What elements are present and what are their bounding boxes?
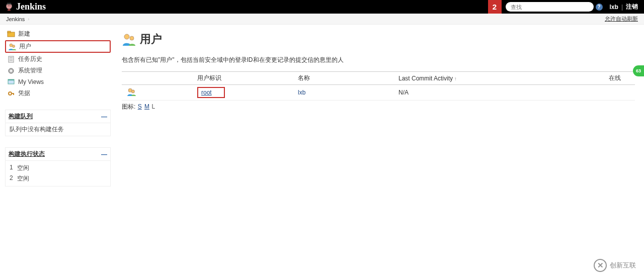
icon-size-s[interactable]: S <box>138 103 142 110</box>
brand-text: Jenkins <box>16 2 46 12</box>
svg-point-3 <box>10 5 11 6</box>
page-title: 用户 <box>122 32 635 47</box>
user-row-icon <box>127 87 136 97</box>
folder-new-icon <box>7 30 15 38</box>
svg-rect-11 <box>10 60 13 61</box>
search-container <box>506 2 594 12</box>
sidebar-item-history[interactable]: 任务历史 <box>5 54 111 64</box>
last-commit-cell: N/A <box>393 85 595 101</box>
online-cell <box>595 85 635 101</box>
jenkins-logo[interactable]: Jenkins <box>4 2 46 12</box>
sidebar-item-label: 新建 <box>18 30 30 38</box>
watermark-logo: ✕ 创新互联 <box>594 259 636 272</box>
sidebar-item-label: My Views <box>18 78 44 85</box>
watermark-text: 创新互联 <box>610 261 636 270</box>
icon-size-label: 图标: <box>122 103 135 110</box>
gear-icon <box>7 67 15 75</box>
col-online[interactable]: 在线 <box>595 72 635 85</box>
svg-point-20 <box>130 36 134 40</box>
svg-point-13 <box>10 70 12 72</box>
executor-num: 2 <box>10 174 13 183</box>
col-last-commit[interactable]: Last Commit Activity <box>393 72 595 85</box>
sidebar-item-label: 凭据 <box>18 89 30 98</box>
build-queue-pane: 构建队列 — 队列中没有构建任务 <box>5 110 111 136</box>
sidebar-item-new[interactable]: 新建 <box>5 29 111 39</box>
clipboard-icon <box>7 55 15 63</box>
main-panel: 用户 包含所有已知"用户"，包括当前安全域中的登录ID和在变更记录的提交信的息里… <box>111 25 644 277</box>
jenkins-head-icon <box>4 2 14 12</box>
collapse-icon[interactable]: — <box>101 113 107 120</box>
sidebar-item-label: 用户 <box>19 42 31 51</box>
sidebar-item-users[interactable]: 用户 <box>5 40 111 53</box>
side-floating-badge[interactable]: 63 <box>633 65 644 76</box>
users-big-icon <box>122 32 136 46</box>
queue-empty-text: 队列中没有构建任务 <box>10 126 64 133</box>
svg-rect-5 <box>8 31 11 33</box>
col-name[interactable]: 名称 <box>293 72 393 85</box>
watermark-icon: ✕ <box>594 259 607 272</box>
breadcrumb: Jenkins › 允许自动刷新 <box>0 14 644 25</box>
icon-size-m[interactable]: M <box>144 103 149 110</box>
users-table: 用户标识 名称 Last Commit Activity 在线 root lxb… <box>122 71 635 101</box>
sidebar-item-manage[interactable]: 系统管理 <box>5 65 111 76</box>
executor-state: 空闲 <box>17 174 29 183</box>
executor-body: 1 空闲 2 空闲 <box>6 161 110 186</box>
svg-rect-10 <box>10 59 13 59</box>
executor-pane: 构建执行状态 — 1 空闲 2 空闲 <box>5 147 111 187</box>
breadcrumb-root[interactable]: Jenkins <box>6 16 25 22</box>
executor-row: 1 空闲 <box>10 163 106 173</box>
user-name-link[interactable]: lxb <box>298 89 305 96</box>
executor-state: 空闲 <box>17 164 29 172</box>
chevron-right-icon: › <box>28 17 29 22</box>
collapse-icon[interactable]: — <box>101 151 107 158</box>
col-icon[interactable] <box>122 72 192 85</box>
svg-point-2 <box>8 5 9 6</box>
credentials-icon <box>7 89 15 98</box>
logout-link[interactable]: 注销 <box>626 3 638 11</box>
svg-rect-18 <box>13 93 14 95</box>
svg-point-19 <box>124 34 129 39</box>
svg-rect-1 <box>7 3 11 4</box>
top-header: Jenkins 2 ? lxb | 注销 <box>0 0 644 14</box>
alert-count-badge[interactable]: 2 <box>488 0 502 14</box>
sidebar-item-credentials[interactable]: 凭据 <box>5 88 111 99</box>
auto-refresh-link[interactable]: 允许自动刷新 <box>605 15 638 23</box>
table-row: root lxb N/A <box>122 85 635 101</box>
build-queue-title[interactable]: 构建队列 <box>9 112 101 121</box>
svg-rect-15 <box>8 79 14 80</box>
side-panel: 新建 用户 任务历史 系统管理 My Views 凭据 构建队列 — <box>0 25 111 277</box>
executor-num: 1 <box>10 164 13 172</box>
sidebar-item-label: 任务历史 <box>18 55 42 63</box>
page-description: 包含所有已知"用户"，包括当前安全域中的登录ID和在变更记录的提交信的息里的人 <box>122 56 635 64</box>
executor-title[interactable]: 构建执行状态 <box>9 150 101 158</box>
login-area: lxb | 注销 <box>610 3 638 11</box>
user-id-link[interactable]: root <box>201 89 212 96</box>
executor-row: 2 空闲 <box>10 173 106 184</box>
sidebar-item-myviews[interactable]: My Views <box>5 77 111 87</box>
sidebar-item-label: 系统管理 <box>18 66 42 75</box>
col-userid[interactable]: 用户标识 <box>192 72 293 85</box>
separator: | <box>621 4 623 11</box>
help-icon[interactable]: ? <box>596 4 603 11</box>
page-title-text: 用户 <box>140 32 162 47</box>
build-queue-body: 队列中没有构建任务 <box>6 123 110 136</box>
search-input[interactable] <box>506 2 594 12</box>
icon-size-selector: 图标: S M L <box>122 103 635 111</box>
svg-point-7 <box>13 45 15 47</box>
current-user-link[interactable]: lxb <box>610 4 618 11</box>
icon-size-l: L <box>151 103 155 110</box>
svg-point-22 <box>132 90 135 93</box>
user-icon <box>8 43 16 51</box>
svg-rect-9 <box>10 57 13 58</box>
views-icon <box>7 78 15 86</box>
